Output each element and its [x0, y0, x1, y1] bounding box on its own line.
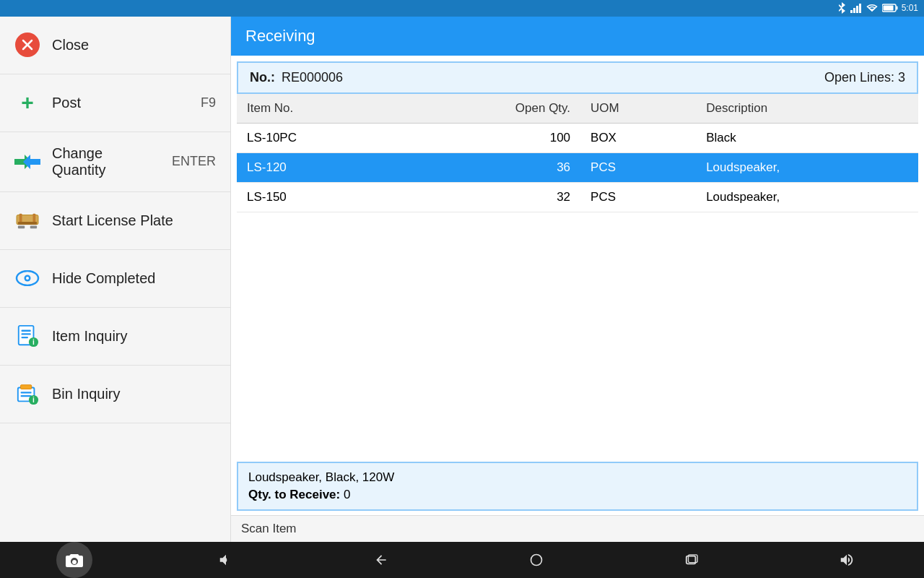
svg-rect-0 [850, 10, 853, 13]
no-label: No.: [250, 70, 275, 85]
description-cell: Loudspeaker, [696, 182, 918, 212]
qty-label: Qty. to Receive: [248, 488, 340, 501]
svg-rect-21 [22, 337, 28, 338]
hide-completed-label: Hide Completed [52, 270, 216, 287]
license-plate-label: Start License Plate [52, 212, 216, 229]
receiving-header: Receiving [231, 17, 924, 56]
post-label: Post [52, 95, 189, 111]
bottom-info: Loudspeaker, Black, 120W Qty. to Receive… [237, 462, 918, 511]
open-qty-cell: 32 [402, 182, 580, 212]
time-display: 5:01 [902, 3, 918, 13]
svg-rect-27 [21, 395, 32, 397]
svg-rect-2 [856, 6, 858, 13]
svg-rect-20 [22, 333, 31, 335]
plus-icon: + [14, 90, 40, 116]
col-description: Description [696, 94, 918, 124]
items-table: Item No. Open Qty. UOM Description LS-10… [237, 94, 918, 212]
items-table-container: Item No. Open Qty. UOM Description LS-10… [237, 94, 918, 212]
sidebar-item-hide-completed[interactable]: Hide Completed [0, 250, 230, 308]
close-label: Close [52, 37, 216, 53]
uom-cell: PCS [580, 152, 696, 182]
svg-rect-19 [22, 330, 31, 332]
uom-cell: PCS [580, 182, 696, 212]
sidebar-item-bin-inquiry[interactable]: i Bin Inquiry [0, 366, 230, 423]
open-qty-cell: 36 [402, 152, 580, 182]
svg-rect-1 [853, 8, 855, 13]
right-panel: Receiving No.: RE000006 Open Lines: 3 It… [231, 17, 924, 543]
sidebar: Close + Post F9 Change Quantity [0, 17, 231, 543]
sidebar-item-item-inquiry[interactable]: i Item Inquiry [0, 308, 230, 366]
table-header: Item No. Open Qty. UOM Description [237, 94, 918, 124]
camera-button[interactable] [56, 542, 92, 578]
svg-point-30 [72, 560, 77, 564]
change-qty-label: Change Quantity [52, 145, 160, 178]
sidebar-item-start-license-plate[interactable]: Start License Plate [0, 192, 230, 250]
svg-text:i: i [32, 396, 35, 404]
open-lines-label: Open Lines: [824, 70, 898, 85]
sidebar-item-change-quantity[interactable]: Change Quantity ENTER [0, 132, 230, 192]
col-item-no: Item No. [237, 94, 402, 124]
svg-rect-14 [30, 226, 37, 229]
table-row[interactable]: LS-10PC 100 BOX Black [237, 123, 918, 152]
no-value: RE000006 [282, 70, 343, 85]
svg-rect-6 [896, 7, 897, 10]
qty-value: 0 [344, 488, 350, 501]
item-inquiry-icon: i [14, 323, 40, 349]
description-cell: Black [696, 123, 918, 152]
eye-icon [14, 265, 40, 291]
volume-up-button[interactable] [825, 545, 868, 574]
back-button[interactable] [359, 545, 403, 574]
item-no-cell: LS-150 [237, 182, 402, 212]
svg-rect-13 [18, 226, 25, 229]
open-qty-cell: 100 [402, 123, 580, 152]
number-bar: No.: RE000006 Open Lines: 3 [237, 61, 918, 94]
item-description: Loudspeaker, Black, 120W [248, 470, 907, 485]
close-circle-icon [14, 32, 40, 58]
volume-down-button[interactable] [204, 545, 248, 574]
bin-inquiry-label: Bin Inquiry [52, 386, 216, 402]
svg-rect-5 [883, 6, 893, 11]
signal-icon [850, 3, 862, 13]
receipt-number: No.: RE000006 [250, 70, 343, 85]
status-bar: 5:01 [0, 0, 924, 17]
open-lines: Open Lines: 3 [824, 70, 905, 85]
bluetooth-icon [837, 2, 847, 14]
status-icons: 5:01 [837, 2, 918, 14]
post-shortcut: F9 [201, 95, 216, 111]
svg-rect-12 [18, 222, 37, 225]
svg-rect-25 [21, 385, 32, 389]
table-body: LS-10PC 100 BOX Black LS-120 36 PCS Loud… [237, 123, 918, 212]
svg-point-31 [531, 555, 541, 566]
sidebar-item-post[interactable]: + Post F9 [0, 74, 230, 132]
uom-cell: BOX [580, 123, 696, 152]
scan-label: Scan Item [241, 522, 297, 535]
change-qty-shortcut: ENTER [172, 154, 216, 169]
sidebar-item-close[interactable]: Close [0, 17, 230, 74]
table-row[interactable]: LS-150 32 PCS Loudspeaker, [237, 182, 918, 212]
content-area [231, 212, 924, 462]
wifi-icon [866, 3, 879, 13]
open-lines-value: 3 [898, 70, 905, 85]
recents-button[interactable] [670, 545, 713, 574]
item-inquiry-label: Item Inquiry [52, 328, 216, 345]
item-no-cell: LS-120 [237, 152, 402, 182]
arrows-icon [14, 149, 40, 175]
scan-bar[interactable]: Scan Item [231, 515, 924, 542]
col-uom: UOM [580, 94, 696, 124]
android-nav-bar [0, 542, 924, 578]
receiving-title: Receiving [245, 27, 315, 45]
battery-icon [882, 4, 898, 12]
svg-point-17 [26, 277, 29, 280]
table-row[interactable]: LS-120 36 PCS Loudspeaker, [237, 152, 918, 182]
home-button[interactable] [515, 545, 558, 574]
qty-to-receive-line: Qty. to Receive: 0 [248, 488, 907, 502]
svg-text:i: i [32, 338, 35, 346]
col-open-qty: Open Qty. [402, 94, 580, 124]
svg-rect-26 [21, 392, 32, 393]
license-plate-icon [14, 207, 40, 233]
item-no-cell: LS-10PC [237, 123, 402, 152]
description-cell: Loudspeaker, [696, 152, 918, 182]
svg-rect-3 [859, 4, 861, 13]
bin-inquiry-icon: i [14, 381, 40, 407]
